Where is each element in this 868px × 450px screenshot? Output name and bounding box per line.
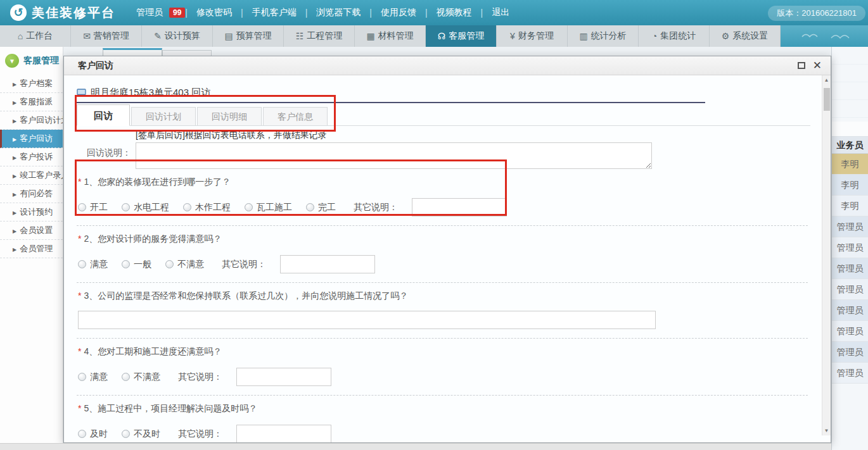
sidebar-item-customer-files[interactable]: ▶客户档案 [0,75,63,93]
radio-icon[interactable] [183,203,191,211]
nav-tab-label: 系统设置 [732,30,768,42]
salesperson-row[interactable]: 管理员 [832,363,868,384]
sidebar-item-label: 客户档案 [20,78,53,88]
radio-icon[interactable] [306,203,314,211]
salesperson-row[interactable]: 李明 [832,154,868,175]
form-tab-3[interactable]: 回访明细 [197,107,262,125]
nav-tab-engineering[interactable]: ☷工程管理 [284,25,355,47]
radio-icon[interactable] [122,430,130,438]
salesperson-row[interactable]: 管理员 [832,258,868,279]
option-label: 完工 [318,202,336,213]
option-label: 及时 [90,428,108,440]
salesperson-row[interactable]: 管理员 [832,342,868,363]
other-note-input[interactable] [412,198,507,216]
required-asterisk: * [78,177,81,187]
form-tab-1[interactable]: 回访 [77,104,130,126]
option-不满意[interactable]: 不满意 [165,259,204,270]
sidebar-item-customer-callback[interactable]: ▶客户回访 [0,130,63,148]
option-及时[interactable]: 及时 [78,428,108,440]
salesperson-row[interactable]: 管理员 [832,237,868,258]
close-icon[interactable]: ✕ [813,60,822,71]
other-note-input[interactable] [236,368,331,386]
salesperson-row[interactable]: 李明 [832,196,868,216]
finance-icon: ¥ [510,31,515,41]
option-不及时[interactable]: 不及时 [122,428,160,440]
scrollbar-thumb[interactable] [824,88,830,111]
salesperson-row[interactable]: 管理员 [832,321,868,342]
sidebar-item-member-settings[interactable]: ▶会员设置 [0,222,63,240]
nav-tab-system-settings[interactable]: ⚙系统设置 [710,25,781,47]
topbar-link[interactable]: 视频教程 [428,7,481,18]
radio-icon[interactable] [165,260,174,268]
radio-icon[interactable] [78,373,86,381]
radio-icon[interactable] [122,260,130,268]
option-label: 开工 [90,202,108,213]
topbar-link[interactable]: 使用反馈 [372,7,425,18]
option-完工[interactable]: 完工 [306,202,336,213]
salesperson-rows: 李明李明李明管理员管理员管理员管理员管理员管理员管理员管理员 [832,154,868,384]
nav-tab-materials[interactable]: ▦材料管理 [355,25,426,47]
radio-icon[interactable] [78,203,86,211]
question-3-answer-input[interactable] [78,311,656,329]
sidebar-item-label: 竣工客户录入 [20,170,63,180]
sidebar-item-complaints[interactable]: ▶客户投诉 [0,148,63,166]
sidebar-header[interactable]: ▼ 客服管理 [0,47,63,75]
horizontal-scrollbar[interactable] [0,443,831,450]
nav-tab-customer-service[interactable]: ☊客服管理 [426,25,497,47]
modal-scrollbar[interactable]: ▲ ▼ [822,75,831,435]
option-木作工程[interactable]: 木作工程 [183,202,231,213]
salesperson-row[interactable]: 管理员 [832,279,868,300]
form-tab-2[interactable]: 回访计划 [131,107,196,125]
option-满意[interactable]: 满意 [78,259,108,270]
salesperson-row[interactable]: 管理员 [832,216,868,237]
modal-header[interactable]: 客户回访 ✕ [64,56,831,75]
other-note-input[interactable] [280,255,375,273]
radio-icon[interactable] [245,203,253,211]
required-asterisk: * [78,346,81,356]
topbar-link[interactable]: 修改密码 [188,7,241,18]
sidebar-item-service-dispatch[interactable]: ▶客服指派 [0,93,63,111]
radio-icon[interactable] [78,260,86,268]
scroll-up-icon[interactable]: ▲ [822,77,831,83]
option-不满意[interactable]: 不满意 [122,372,160,383]
sidebar-item-design-appointment[interactable]: ▶设计预约 [0,203,63,222]
user-menu[interactable]: 管理员 99 [136,7,185,18]
option-一般[interactable]: 一般 [122,259,151,270]
callback-modal: 客户回访 ✕ 明月华庭15栋3单元403 回访 回访回访计划回访明细客户信息 [… [63,56,831,443]
nav-tab-design-budget[interactable]: ✎设计预算 [142,25,213,47]
sidebar-item-member-management[interactable]: ▶会员管理 [0,240,63,258]
nav-tab-marketing[interactable]: ✉营销管理 [71,25,142,47]
topbar-link[interactable]: 手机客户端 [243,7,305,18]
form-tabs: 回访回访计划回访明细客户信息 [77,104,810,126]
radio-icon[interactable] [78,430,86,438]
option-水电工程[interactable]: 水电工程 [122,202,169,213]
sidebar-item-completed-customers[interactable]: ▶竣工客户录入 [0,166,63,185]
arrow-right-icon: ▶ [13,247,16,253]
maximize-icon[interactable] [798,62,805,69]
other-note-input[interactable] [236,425,331,442]
modal-body: 明月华庭15栋3单元403 回访 回访回访计划回访明细客户信息 [签单后回访]根… [64,75,822,442]
salesperson-row[interactable]: 管理员 [832,300,868,321]
sidebar-item-question-answer[interactable]: ▶有问必答 [0,185,63,203]
scroll-down-icon[interactable]: ▼ [822,428,831,434]
nav-tab-group-stats[interactable]: ◔集团统计 [639,25,710,47]
topbar-link[interactable]: 浏览器下载 [307,7,369,18]
nav-tab-statistics[interactable]: ▥统计分析 [568,25,639,47]
radio-icon[interactable] [122,203,130,211]
notification-badge[interactable]: 99 [169,8,185,18]
option-开工[interactable]: 开工 [78,202,108,213]
option-瓦工施工[interactable]: 瓦工施工 [245,202,292,213]
nav-tab-budget[interactable]: ▤预算管理 [213,25,284,47]
question-3: *3、公司的监理是否经常和您保持联系（联系过几次），并向您说明施工情况了吗？ [77,291,810,339]
option-满意[interactable]: 满意 [78,372,108,383]
nav-tab-workbench[interactable]: ⌂工作台 [0,25,71,47]
nav-tab-finance[interactable]: ¥财务管理 [497,25,568,47]
description-textarea[interactable] [136,142,652,169]
salesperson-row[interactable]: 李明 [832,175,868,196]
radio-icon[interactable] [122,373,130,381]
topbar-link[interactable]: 退出 [483,7,518,18]
sidebar-item-callback-plan[interactable]: ▶客户回访计划 [0,111,63,130]
sidebar-item-label: 设计预约 [20,207,53,216]
form-tab-4[interactable]: 客户信息 [263,107,328,125]
question-2: *2、您对设计师的服务觉得满意吗？满意一般不满意其它说明： [77,234,810,283]
